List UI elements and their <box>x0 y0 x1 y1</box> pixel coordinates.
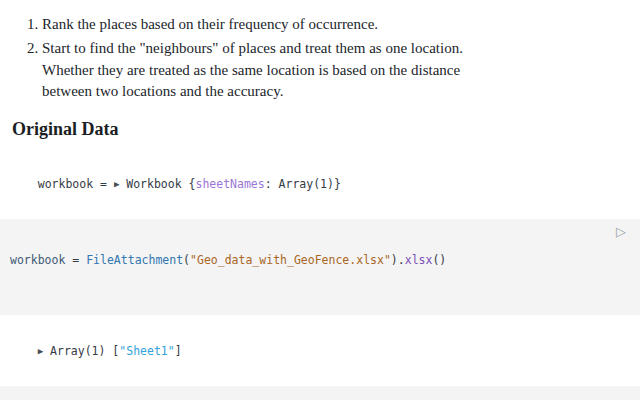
next-cell-edge <box>0 393 640 400</box>
list-item-2-line-2: Whether they are treated as the same loc… <box>42 60 626 81</box>
prose-section: Rank the places based on their frequency… <box>0 0 640 140</box>
list-item-2-line-1: Start to find the "neighbours" of places… <box>42 38 626 59</box>
code-cell-workbook[interactable]: workbook = FileAttachment("Geo_data_with… <box>0 219 640 315</box>
list-item-1: Rank the places based on their frequency… <box>42 14 626 35</box>
list-item-2-line-3: between two locations and the accuracy. <box>42 81 626 102</box>
code-line[interactable]: workbook = FileAttachment("Geo_data_with… <box>10 251 600 269</box>
list-item-1-text: Rank the places based on their frequency… <box>42 14 626 35</box>
section-heading: Original Data <box>12 119 626 140</box>
notes-list: Rank the places based on their frequency… <box>12 14 626 102</box>
inspector-line[interactable]: ▶ Array(1) ["Sheet1"] <box>38 344 182 358</box>
inspector-output-sheetnames[interactable]: ▶ Array(1) ["Sheet1"] <box>0 315 640 386</box>
inspector-output-workbook[interactable]: workbook = ▶ Workbook {sheetNames: Array… <box>0 148 640 219</box>
inspector-line[interactable]: workbook = ▶ Workbook {sheetNames: Array… <box>38 177 341 191</box>
list-item-2: Start to find the "neighbours" of places… <box>42 38 626 102</box>
notebook-cells: workbook = ▶ Workbook {sheetNames: Array… <box>0 148 640 400</box>
run-cell-icon[interactable]: ▷ <box>616 223 626 241</box>
